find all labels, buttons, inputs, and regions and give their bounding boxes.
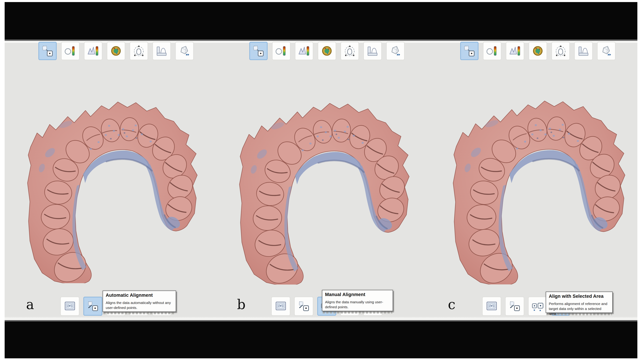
deviation-3d-icon — [87, 44, 100, 57]
figure-page: Automatic AlignmentAligns the data autom… — [0, 0, 642, 364]
alignment-icon — [463, 44, 476, 57]
alignment-table-icon — [274, 300, 287, 313]
dental-scan-model[interactable] — [14, 78, 201, 284]
occlusion-map-button[interactable] — [529, 42, 547, 60]
panel-label: a — [26, 298, 34, 311]
alignment-table-button[interactable] — [61, 297, 79, 316]
deviation-2d-icon — [64, 44, 77, 57]
tooltip-title: Automatic Alignment — [106, 293, 173, 298]
deviation-3d-button[interactable] — [506, 42, 524, 60]
occlusion-map-icon — [110, 44, 122, 57]
model-base-icon — [366, 44, 379, 57]
manual-alignment-button[interactable] — [528, 297, 547, 316]
deviation-3d-button[interactable] — [84, 42, 102, 60]
alignment-table-button[interactable] — [482, 297, 501, 316]
transform-tooth-icon — [132, 44, 145, 57]
model-base-button[interactable] — [153, 42, 171, 60]
export-mesh-button[interactable] — [175, 42, 194, 60]
model-base-button[interactable] — [363, 42, 382, 60]
panel-a: Automatic AlignmentAligns the data autom… — [5, 0, 216, 364]
automatic-alignment-button[interactable] — [294, 297, 313, 316]
model-base-icon — [577, 44, 590, 57]
occlusion-map-icon — [320, 44, 333, 57]
automatic-alignment-icon — [86, 300, 100, 313]
deviation-3d-button[interactable] — [295, 42, 313, 60]
tooltip-body: Performs alignment of reference andtarge… — [549, 301, 609, 316]
panel-label: b — [237, 298, 246, 311]
alignment-button[interactable] — [249, 42, 268, 60]
tooltip-title: Manual Alignment — [325, 292, 390, 297]
dental-scan-model[interactable] — [438, 78, 630, 284]
tooltip-body: Aligns the data manually using user-defi… — [325, 300, 390, 310]
deviation-2d-icon — [486, 44, 498, 57]
obscured-button-captions — [323, 312, 392, 314]
panel-label: c — [448, 298, 455, 311]
model-base-button[interactable] — [574, 42, 592, 60]
alignment-icon — [252, 44, 265, 57]
tooltip: Manual AlignmentAligns the data manually… — [322, 290, 393, 311]
obscured-button-captions — [103, 312, 175, 314]
transform-tooth-icon — [554, 44, 567, 57]
tooltip-title: Align with Selected Area — [549, 294, 609, 299]
export-mesh-icon — [389, 44, 402, 57]
export-mesh-button[interactable] — [597, 42, 615, 60]
automatic-alignment-icon — [297, 300, 310, 313]
transform-tooth-button[interactable] — [130, 42, 148, 60]
tooltip: Align with Selected AreaPerforms alignme… — [546, 292, 613, 313]
tooltip: Automatic AlignmentAligns the data autom… — [103, 290, 176, 312]
transform-tooth-button[interactable] — [341, 42, 359, 60]
dental-scan-model[interactable] — [226, 79, 413, 286]
alignment-table-icon — [485, 300, 498, 313]
automatic-alignment-button[interactable] — [505, 297, 524, 316]
automatic-alignment-icon — [508, 300, 521, 313]
alignment-button[interactable] — [460, 42, 478, 60]
export-mesh-button[interactable] — [386, 42, 404, 60]
deviation-3d-icon — [508, 44, 521, 57]
model-base-icon — [155, 44, 168, 57]
deviation-2d-button[interactable] — [272, 42, 290, 60]
occlusion-map-button[interactable] — [107, 42, 125, 60]
deviation-3d-icon — [298, 44, 310, 57]
deviation-2d-icon — [275, 44, 288, 57]
occlusion-map-button[interactable] — [318, 42, 336, 60]
automatic-alignment-button[interactable] — [83, 297, 102, 316]
manual-alignment-icon — [531, 300, 544, 313]
alignment-button[interactable] — [39, 42, 57, 60]
tooltip-body: Aligns the data automatically without an… — [106, 300, 173, 310]
occlusion-map-icon — [531, 44, 544, 57]
export-mesh-icon — [600, 44, 613, 57]
panel-b: Manual AlignmentAligns the data manually… — [216, 0, 426, 364]
alignment-table-icon — [63, 300, 77, 313]
export-mesh-icon — [178, 44, 191, 57]
deviation-2d-button[interactable] — [483, 42, 501, 60]
deviation-2d-button[interactable] — [61, 42, 80, 60]
alignment-icon — [41, 44, 54, 57]
alignment-table-button[interactable] — [271, 297, 290, 316]
panel-c: Align with Selected AreaPerforms alignme… — [426, 0, 637, 364]
transform-tooth-icon — [343, 44, 356, 57]
transform-tooth-button[interactable] — [551, 42, 570, 60]
